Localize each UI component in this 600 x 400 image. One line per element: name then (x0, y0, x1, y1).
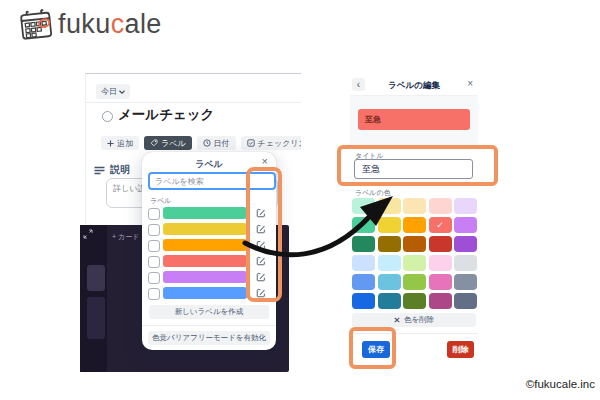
remove-color-button[interactable]: 色を削除 (352, 313, 476, 327)
checklist-icon (247, 139, 255, 147)
annotation-highlight (337, 145, 498, 186)
color-swatch[interactable] (352, 293, 375, 309)
date-button[interactable]: 日付 (197, 136, 236, 150)
calendar-logo-icon (16, 4, 56, 44)
task-title: メールチェック (118, 106, 214, 124)
logo-accent: c (111, 9, 125, 39)
color-swatch[interactable] (429, 274, 452, 290)
label-color-bar[interactable] (163, 287, 247, 299)
close-icon[interactable]: × (467, 79, 473, 89)
label-checkbox[interactable] (148, 208, 160, 220)
label-checkbox[interactable] (148, 240, 160, 252)
task-toolbar: 追加 ラベル 日付 チェックリスト (101, 136, 301, 150)
annotation-arrow (230, 185, 410, 275)
color-swatch[interactable] (378, 293, 401, 309)
label-button[interactable]: ラベル (144, 136, 192, 150)
color-swatch[interactable] (454, 255, 477, 271)
color-swatch[interactable] (454, 236, 477, 252)
label-checkbox[interactable] (148, 288, 160, 300)
color-swatch[interactable] (378, 274, 401, 290)
color-swatch[interactable] (454, 198, 477, 214)
color-swatch[interactable] (454, 293, 477, 309)
description-header: 説明 (94, 163, 130, 177)
label-checkbox[interactable] (148, 224, 160, 236)
divider (142, 325, 276, 326)
edit-panel-title: ラベルの編集 (350, 80, 478, 92)
color-swatch[interactable] (429, 198, 452, 214)
clock-icon (203, 139, 211, 147)
app-logo: fukucale (18, 6, 162, 42)
color-swatch[interactable] (454, 217, 477, 233)
annotation-highlight (349, 327, 396, 369)
task-complete-circle[interactable] (102, 111, 113, 122)
plus-icon (107, 140, 114, 147)
label-preview-section: 至急 (350, 95, 478, 146)
create-label-button[interactable]: 新しいラベルを作成 (149, 305, 269, 319)
divider (86, 102, 301, 103)
add-button[interactable]: 追加 (101, 136, 139, 150)
preview-add-card-label: + カード (112, 232, 139, 242)
close-icon[interactable]: × (262, 156, 268, 167)
label-preview: 至急 (358, 109, 470, 130)
color-swatch[interactable]: ✓ (429, 217, 452, 233)
copyright-text: ©fukucale.inc (526, 378, 595, 390)
colorblind-mode-button[interactable]: 色覚バリアフリーモードを有効化 (148, 331, 270, 345)
color-swatch[interactable] (429, 236, 452, 252)
tag-icon (150, 139, 158, 147)
color-swatch[interactable] (454, 274, 477, 290)
checklist-button[interactable]: チェックリスト (241, 136, 301, 150)
label-section-label: ラベル (150, 196, 172, 206)
color-swatch[interactable] (352, 274, 375, 290)
expand-icon (83, 229, 93, 239)
label-checkbox[interactable] (148, 256, 160, 268)
delete-button[interactable]: 削除 (447, 341, 474, 358)
preview-card (87, 265, 105, 291)
logo-text: fukucale (58, 9, 162, 40)
label-checkbox[interactable] (148, 272, 160, 284)
chevron-down-icon (119, 90, 125, 94)
menu-lines-icon (94, 166, 105, 175)
due-date-badge[interactable]: 今日 (96, 84, 130, 99)
color-swatch[interactable] (403, 293, 426, 309)
preview-card (87, 297, 105, 339)
x-icon (394, 317, 400, 323)
color-swatch[interactable] (429, 255, 452, 271)
color-swatch[interactable] (429, 293, 452, 309)
color-swatch[interactable] (403, 274, 426, 290)
